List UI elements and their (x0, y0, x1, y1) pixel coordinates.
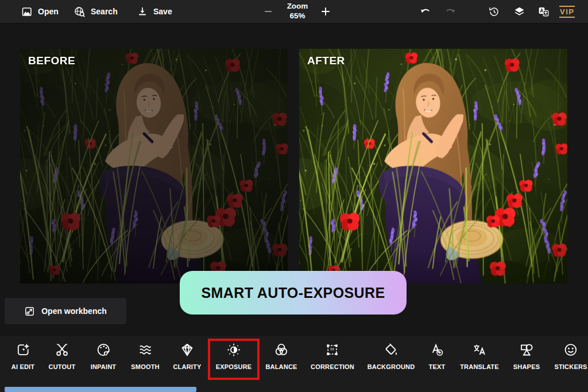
inpaint-palette-icon (96, 341, 111, 358)
exposure-highlight-box (208, 339, 260, 380)
expand-icon (24, 306, 35, 317)
tool-label: CLARITY (173, 363, 201, 370)
cutout-scissors-icon (54, 341, 69, 358)
search-label: Search (91, 7, 118, 16)
tool-label: AI EDIT (11, 363, 35, 370)
tool-label: SMOOTH (131, 363, 159, 370)
tool-text[interactable]: TEXT (429, 341, 446, 370)
zoom-indicator: Zoom 65% (280, 1, 315, 21)
after-label: AFTER (307, 55, 345, 67)
app-window: Open Search Sa (0, 0, 588, 392)
toolbar-horizontal-scrollbar[interactable] (5, 387, 196, 392)
bottom-toolbar: AI EDIT CUTOUT (0, 336, 588, 392)
ai-edit-icon (15, 341, 30, 358)
workbench-label: Open workbench (41, 306, 107, 316)
save-label: Save (153, 7, 172, 16)
translate-cards-icon (537, 6, 550, 18)
undo-icon (419, 5, 432, 18)
redo-button[interactable] (443, 0, 457, 23)
tool-label: CUTOUT (49, 363, 76, 370)
translate-lang-icon (472, 341, 488, 358)
open-button[interactable]: Open (21, 0, 59, 23)
tool-stickers[interactable]: STICKERS (554, 341, 587, 370)
tool-cutout[interactable]: CUTOUT (49, 341, 76, 370)
smart-auto-exposure-banner: SMART AUTO-EXPOSURE (180, 271, 407, 315)
tool-label: TRANSLATE (460, 363, 499, 370)
tool-label: BACKGROUND (368, 363, 415, 370)
after-image: AFTER (299, 49, 567, 284)
zoom-value: 65% (280, 11, 315, 21)
top-toolbar: Open Search Sa (0, 0, 588, 24)
balance-circles-icon (274, 341, 289, 358)
translate-top-button[interactable] (537, 0, 550, 23)
search-button[interactable]: Search (74, 0, 118, 23)
text-add-icon (429, 341, 444, 358)
banner-text: SMART AUTO-EXPOSURE (201, 285, 385, 301)
open-workbench-button[interactable]: Open workbench (5, 298, 126, 324)
zoom-label: Zoom (280, 1, 315, 11)
tool-label: CORRECTION (311, 363, 354, 370)
tool-clarity[interactable]: CLARITY (173, 341, 201, 370)
vip-button[interactable]: VIP (559, 0, 575, 23)
search-globe-icon (74, 6, 86, 18)
tool-smooth[interactable]: SMOOTH (131, 341, 159, 370)
smooth-waves-icon (137, 341, 153, 358)
open-image-icon (21, 6, 33, 18)
zoom-out-button[interactable] (260, 0, 277, 23)
correction-frame-icon (324, 341, 340, 358)
history-clock-icon (488, 6, 500, 18)
tool-label: SHAPES (513, 363, 540, 370)
tool-inpaint[interactable]: INPAINT (91, 341, 117, 370)
vip-badge: VIP (559, 6, 575, 18)
clarity-gem-icon (179, 341, 195, 358)
history-button[interactable] (488, 0, 500, 23)
layers-button[interactable] (513, 0, 525, 23)
tool-label: INPAINT (91, 363, 117, 370)
tool-correction[interactable]: CORRECTION (311, 341, 354, 370)
open-label: Open (38, 7, 59, 16)
tool-label: TEXT (429, 363, 446, 370)
background-fill-icon (383, 341, 399, 358)
tool-balance[interactable]: BALANCE (265, 341, 297, 370)
save-download-icon (137, 6, 148, 17)
layers-icon (513, 6, 525, 18)
stickers-smiley-icon (563, 341, 579, 358)
tool-label: STICKERS (554, 363, 587, 370)
redo-icon (443, 5, 457, 18)
tool-translate[interactable]: TRANSLATE (460, 341, 499, 370)
tool-ai-edit[interactable]: AI EDIT (11, 341, 35, 370)
zoom-in-button[interactable] (317, 0, 334, 23)
tool-background[interactable]: BACKGROUND (368, 341, 415, 370)
undo-button[interactable] (419, 0, 432, 23)
shapes-icon (519, 341, 535, 358)
tool-label: BALANCE (265, 363, 297, 370)
before-label: BEFORE (28, 55, 75, 67)
save-button[interactable]: Save (137, 0, 172, 23)
tool-shapes[interactable]: SHAPES (513, 341, 540, 370)
before-image: BEFORE (20, 49, 288, 284)
